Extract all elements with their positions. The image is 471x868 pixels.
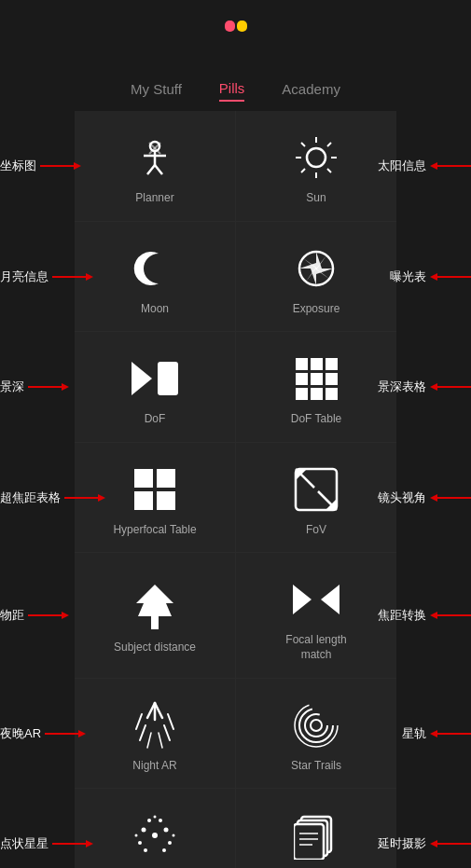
- tab-academy[interactable]: Academy: [282, 81, 340, 101]
- svg-line-71: [147, 733, 151, 748]
- star-trails-icon: [290, 699, 342, 751]
- svg-marker-29: [132, 362, 152, 395]
- svg-point-73: [311, 720, 322, 731]
- spot-stars-icon: [129, 809, 181, 861]
- app-logo-icon: [221, 11, 251, 41]
- svg-line-67: [136, 714, 142, 729]
- svg-rect-0: [225, 21, 235, 32]
- cell-exposure[interactable]: Exposure: [236, 222, 396, 332]
- svg-rect-47: [157, 491, 175, 510]
- tab-pills[interactable]: Pills: [219, 80, 245, 102]
- row-spot-timelapse: 点状星星: [0, 789, 471, 868]
- svg-rect-95: [294, 824, 324, 860]
- svg-rect-30: [158, 362, 178, 395]
- annotation-night-ar: 夜晚AR: [0, 725, 86, 742]
- row-planner-sun: 坐标图: [0, 111, 471, 222]
- svg-rect-31: [296, 358, 308, 370]
- arrow-left-icon7: [430, 839, 471, 848]
- app-container: My Stuff Pills Academy 坐标图: [0, 0, 471, 868]
- svg-line-17: [327, 169, 331, 172]
- dof-table-label: DoF Table: [291, 412, 341, 427]
- svg-point-81: [152, 833, 158, 838]
- cell-focal-match[interactable]: Focal length match: [236, 553, 396, 677]
- sun-label: Sun: [306, 191, 326, 206]
- arrow-left-icon6: [430, 729, 471, 738]
- svg-point-91: [135, 834, 138, 837]
- dof-label: DoF: [145, 412, 166, 427]
- svg-rect-36: [326, 373, 338, 385]
- subject-distance-label: Subject distance: [114, 641, 196, 655]
- grid-wrapper: 坐标图: [0, 102, 471, 868]
- svg-point-86: [147, 819, 151, 822]
- cell-moon[interactable]: Moon: [75, 222, 236, 332]
- svg-marker-78: [430, 730, 437, 737]
- arrow-right-icon5: [28, 611, 69, 620]
- cell-subject-distance[interactable]: Subject distance: [75, 553, 236, 677]
- night-ar-label: Night AR: [132, 759, 176, 774]
- svg-point-84: [138, 841, 142, 845]
- svg-marker-58: [293, 585, 312, 614]
- arrow-left-icon3: [430, 382, 471, 392]
- app-logo-area: [0, 0, 471, 45]
- svg-marker-28: [62, 383, 69, 391]
- row-dof: 景深 DoF: [0, 332, 471, 443]
- arrow-right-icon3: [28, 382, 69, 392]
- annotation-exposure: 曝光表: [390, 269, 471, 285]
- cell-timelapse[interactable]: Time lapse: [236, 789, 396, 868]
- annotation-star-trails: 星轨: [402, 725, 471, 742]
- svg-line-19: [301, 169, 305, 172]
- svg-rect-37: [296, 388, 308, 400]
- cell-fov[interactable]: FoV: [236, 443, 396, 553]
- hyperfocal-icon: [129, 463, 181, 516]
- arrow-left-icon5: [430, 611, 471, 620]
- focal-match-label: Focal length match: [285, 633, 346, 662]
- planner-label: Planner: [135, 191, 173, 206]
- svg-marker-59: [321, 585, 339, 614]
- svg-point-4: [150, 142, 159, 151]
- cell-planner[interactable]: Planner: [75, 111, 236, 221]
- svg-point-74: [305, 714, 327, 737]
- cell-hyperfocal[interactable]: Hyperfocal Table: [75, 443, 236, 553]
- svg-line-69: [140, 725, 145, 740]
- svg-point-82: [142, 828, 146, 833]
- svg-point-83: [164, 828, 169, 833]
- svg-rect-33: [326, 358, 338, 370]
- svg-line-70: [164, 725, 170, 740]
- cell-dof[interactable]: DoF: [75, 332, 236, 442]
- cell-spot-stars[interactable]: Spot Stars: [75, 789, 236, 868]
- svg-marker-21: [430, 162, 437, 170]
- svg-marker-54: [430, 494, 437, 502]
- cell-dof-table[interactable]: DoF Table: [236, 332, 396, 442]
- svg-rect-45: [157, 469, 175, 488]
- svg-rect-39: [326, 388, 338, 400]
- dof-table-icon: [290, 352, 342, 405]
- cell-sun[interactable]: Sun: [236, 111, 396, 221]
- star-trails-label: Star Trails: [291, 759, 341, 774]
- svg-line-68: [168, 714, 173, 729]
- moon-icon: [129, 242, 181, 295]
- svg-point-87: [159, 819, 162, 822]
- dof-icon: [129, 352, 181, 405]
- tab-bar: My Stuff Pills Academy: [0, 45, 471, 102]
- subject-distance-icon: [129, 581, 181, 633]
- svg-line-8: [155, 165, 162, 174]
- cell-star-trails[interactable]: Star Trails: [236, 679, 396, 789]
- night-ar-icon: [129, 699, 181, 751]
- exposure-label: Exposure: [293, 302, 340, 317]
- row-hyperfocal-fov: 超焦距表格 Hyperfocal Table: [0, 443, 471, 554]
- annotation-dof: 景深: [0, 379, 69, 395]
- svg-rect-35: [311, 373, 323, 385]
- svg-rect-1: [237, 21, 247, 32]
- svg-rect-46: [134, 491, 153, 510]
- svg-line-72: [159, 733, 162, 748]
- svg-point-88: [144, 848, 147, 852]
- svg-point-89: [162, 848, 166, 852]
- cell-night-ar[interactable]: Night AR: [75, 679, 236, 789]
- moon-label: Moon: [141, 302, 169, 317]
- timelapse-icon: [290, 809, 342, 861]
- svg-line-7: [147, 165, 155, 174]
- fov-icon: [290, 463, 342, 516]
- svg-point-11: [307, 148, 326, 167]
- svg-marker-61: [430, 612, 437, 619]
- tab-my-stuff[interactable]: My Stuff: [131, 81, 182, 101]
